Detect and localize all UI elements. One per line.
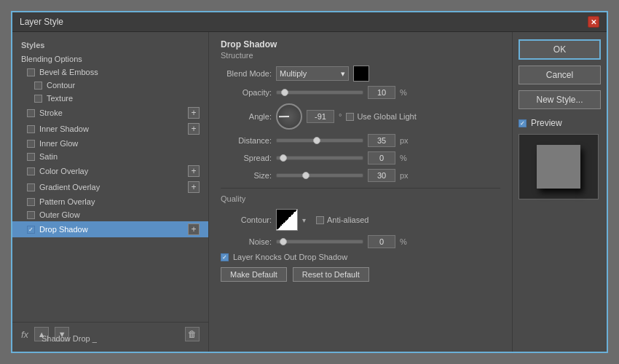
gradient-overlay-checkbox[interactable]: [27, 183, 35, 191]
new-style-button[interactable]: New Style...: [519, 90, 601, 109]
size-input[interactable]: [368, 169, 395, 182]
distance-slider-track[interactable]: [276, 138, 363, 143]
preview-checkbox-row: Preview: [519, 118, 601, 128]
action-buttons: Make Default Reset to Default: [221, 267, 500, 282]
blend-mode-select[interactable]: Multiply ▾: [276, 66, 349, 81]
spread-input[interactable]: [368, 151, 395, 165]
gradient-overlay-label: Gradient Overlay: [39, 183, 100, 191]
title-bar: Layer Style ✕: [12, 12, 607, 32]
color-overlay-plus-button[interactable]: +: [188, 165, 200, 177]
shadow-drop-label: Shadow Drop _: [42, 334, 97, 343]
inner-shadow-checkbox[interactable]: [27, 125, 35, 133]
noise-label: Noise:: [221, 237, 272, 246]
sidebar-item-texture[interactable]: Texture: [12, 92, 208, 105]
pattern-overlay-checkbox[interactable]: [27, 198, 35, 206]
inner-shadow-plus-button[interactable]: +: [188, 123, 200, 135]
opacity-slider-thumb[interactable]: [281, 89, 288, 96]
distance-label: Distance:: [221, 136, 272, 145]
satin-checkbox[interactable]: [27, 153, 35, 161]
angle-label: Angle:: [221, 112, 272, 121]
blend-mode-row: Blend Mode: Multiply ▾: [221, 66, 500, 82]
layer-style-dialog: Layer Style ✕ Styles Blending Options Be…: [11, 11, 608, 353]
knockout-row: Layer Knocks Out Drop Shadow: [221, 253, 500, 261]
close-button[interactable]: ✕: [588, 16, 599, 28]
sidebar-item-pattern-overlay[interactable]: Pattern Overlay: [12, 195, 208, 208]
right-panel: OK Cancel New Style... Preview: [512, 32, 607, 352]
spread-unit: %: [400, 154, 407, 162]
quality-title: Quality: [221, 194, 500, 203]
knockout-label: Layer Knocks Out Drop Shadow: [233, 253, 347, 261]
preview-checkbox[interactable]: [519, 119, 527, 127]
opacity-unit: %: [400, 88, 407, 97]
angle-input[interactable]: [307, 110, 334, 123]
knockout-checkbox[interactable]: [221, 253, 229, 261]
shadow-color-swatch[interactable]: [353, 66, 369, 82]
delete-button[interactable]: 🗑: [185, 327, 200, 341]
make-default-button[interactable]: Make Default: [221, 267, 287, 282]
spread-slider-container: [276, 156, 363, 160]
drop-shadow-plus-button[interactable]: +: [188, 223, 200, 235]
contour-chevron-icon[interactable]: ▾: [302, 216, 306, 224]
gradient-overlay-plus-button[interactable]: +: [188, 181, 200, 193]
bevel-emboss-label: Bevel & Emboss: [39, 68, 98, 76]
color-overlay-label: Color Overlay: [39, 167, 88, 175]
distance-row: Distance: px: [221, 134, 500, 147]
bevel-emboss-checkbox[interactable]: [27, 68, 35, 76]
sidebar-item-drop-shadow[interactable]: Drop Shadow +: [12, 221, 208, 237]
preview-label: Preview: [531, 118, 562, 128]
angle-dial[interactable]: [276, 103, 302, 130]
color-overlay-checkbox[interactable]: [27, 167, 35, 175]
texture-checkbox[interactable]: [34, 95, 42, 103]
structure-subtitle: Structure: [221, 51, 500, 60]
sidebar-item-gradient-overlay[interactable]: Gradient Overlay +: [12, 179, 208, 195]
size-unit: px: [400, 171, 409, 180]
anti-aliased-label[interactable]: Anti-aliased: [316, 215, 368, 224]
sidebar-item-color-overlay[interactable]: Color Overlay +: [12, 163, 208, 179]
drop-shadow-section-title: Drop Shadow: [221, 39, 500, 50]
noise-slider-track[interactable]: [276, 240, 363, 244]
outer-glow-checkbox[interactable]: [27, 211, 35, 219]
sidebar-item-bevel-emboss[interactable]: Bevel & Emboss: [12, 66, 208, 79]
stroke-plus-button[interactable]: +: [188, 107, 200, 119]
inner-glow-checkbox[interactable]: [27, 140, 35, 148]
cancel-button[interactable]: Cancel: [519, 66, 601, 84]
blend-mode-chevron-icon: ▾: [341, 69, 345, 79]
drop-shadow-checkbox[interactable]: [27, 226, 35, 234]
contour-checkbox[interactable]: [34, 82, 42, 90]
opacity-row: Opacity: %: [221, 86, 500, 99]
distance-unit: px: [400, 136, 409, 145]
ok-button[interactable]: OK: [519, 39, 601, 60]
opacity-input[interactable]: [368, 86, 395, 99]
sidebar-item-inner-shadow[interactable]: Inner Shadow +: [12, 121, 208, 137]
opacity-label: Opacity:: [221, 88, 272, 97]
drop-shadow-label: Drop Shadow: [39, 225, 88, 234]
noise-slider-thumb[interactable]: [280, 238, 287, 245]
noise-input[interactable]: [368, 235, 395, 248]
sidebar-item-satin[interactable]: Satin: [12, 150, 208, 163]
dialog-body: Styles Blending Options Bevel & Emboss C…: [12, 32, 607, 352]
sidebar-item-blending-options[interactable]: Blending Options: [12, 52, 208, 66]
reset-default-button[interactable]: Reset to Default: [293, 267, 369, 282]
distance-slider-thumb[interactable]: [313, 137, 320, 144]
size-slider-thumb[interactable]: [302, 172, 310, 179]
sidebar-item-inner-glow[interactable]: Inner Glow: [12, 137, 208, 150]
spread-slider-track[interactable]: [276, 156, 363, 160]
size-slider-container: [276, 173, 363, 178]
sidebar-item-stroke[interactable]: Stroke +: [12, 105, 208, 121]
spread-slider-thumb[interactable]: [280, 154, 287, 162]
sidebar-item-outer-glow[interactable]: Outer Glow: [12, 208, 208, 221]
distance-slider-container: [276, 138, 363, 143]
use-global-light-checkbox[interactable]: [346, 113, 354, 121]
sidebar-item-contour[interactable]: Contour: [12, 79, 208, 92]
size-slider-track[interactable]: [276, 173, 363, 178]
spread-label: Spread:: [221, 154, 272, 162]
use-global-light-label[interactable]: Use Global Light: [346, 112, 416, 121]
contour-thumbnail[interactable]: [276, 209, 298, 231]
opacity-slider-track[interactable]: [276, 90, 363, 95]
dialog-title: Layer Style: [20, 17, 63, 27]
anti-aliased-checkbox[interactable]: [316, 216, 324, 224]
angle-unit: °: [339, 112, 342, 121]
distance-input[interactable]: [368, 134, 395, 147]
stroke-checkbox[interactable]: [27, 109, 35, 117]
quality-section: Quality Contour: ▾ Anti-aliased Noise:: [221, 188, 500, 282]
